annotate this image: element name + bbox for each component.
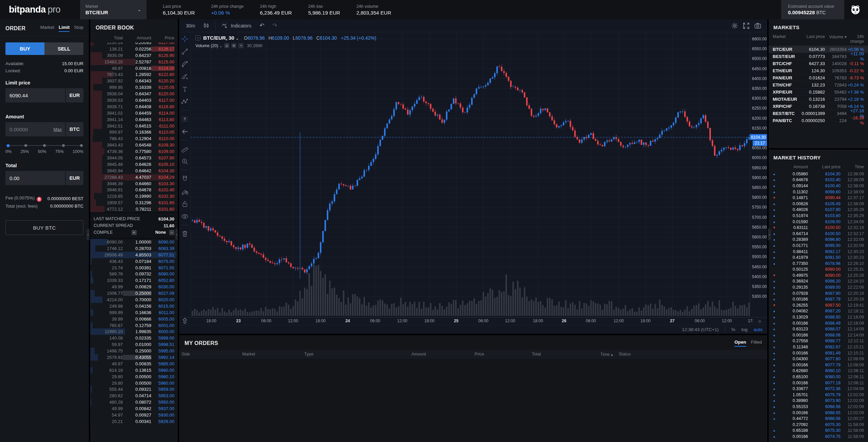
order-tab-market[interactable]: Market (40, 25, 54, 32)
indicators-button[interactable]: Indicators (218, 22, 255, 30)
timeframe-button[interactable]: 30m (182, 22, 198, 30)
order-tab-limit[interactable]: Limit (59, 25, 70, 32)
auto-scale-option[interactable]: auto (754, 327, 763, 332)
order-book-row[interactable]: 1506.770.250006027.09 (90, 290, 178, 296)
order-book-row[interactable]: 1498.750.250005995.00 (90, 348, 178, 354)
market-row[interactable]: ETH/CHF132.2372843+0.24 % (769, 81, 868, 88)
my-orders-tab-filled[interactable]: Filled (751, 340, 762, 347)
forecast-tool[interactable] (181, 115, 189, 123)
amount-slider[interactable] (7, 144, 82, 147)
order-book-row[interactable]: 814.180.136155980.00 (90, 367, 178, 373)
trade-row[interactable]: ▲0.519746103.8012:35:29 (769, 213, 868, 219)
collapse-right-panel-handle[interactable]: › (768, 229, 771, 240)
trade-row[interactable]: ▲0.646786102.4012:38:09 (769, 177, 868, 183)
trade-row[interactable]: ▲0.275586088.7712:12:11 (769, 338, 868, 344)
chart-settings-gear-icon[interactable] (731, 22, 738, 29)
trade-row[interactable]: ▲0.651006080.0012:06:11 (769, 374, 868, 380)
market-row[interactable]: MIOTA/EUR0.1321623794+2.18 % (769, 95, 868, 102)
trade-row[interactable]: ▲0.113026098.6012:38:09 (769, 189, 868, 195)
order-book-row[interactable]: 4772.120.782116101.60 (90, 206, 178, 212)
volume-indicator-label[interactable]: Volume (20) ⌄ (195, 43, 222, 48)
lock-all-tool[interactable] (181, 200, 189, 208)
trade-row[interactable]: ▲0.006286105.4912:36:09 (769, 201, 868, 207)
hide-all-tool[interactable] (181, 212, 189, 220)
theme-toggle-icon[interactable]: ☼ (757, 318, 762, 324)
order-book-row[interactable]: 3945.940.646426104.30 (90, 168, 178, 174)
order-book-row[interactable]: 3938.040.643476120.00 (90, 91, 178, 97)
amount-max-link[interactable]: Max (50, 127, 65, 132)
order-book-row[interactable]: 999.950.163396120.05 (90, 84, 178, 91)
redo-button[interactable]: ↷ (269, 21, 281, 31)
order-book-row[interactable]: 29.800.005005960.00 (90, 380, 178, 386)
order-book-row[interactable]: 23.740.003916071.55 (90, 265, 178, 271)
order-book-row[interactable]: 3939.710.644086116.80 (90, 103, 178, 110)
time-axis[interactable]: 18:002306:0012:0018:002406:0012:0018:002… (179, 317, 767, 325)
trend-line-tool[interactable] (181, 47, 189, 56)
object-tree-icon[interactable] (182, 318, 188, 324)
log-scale-option[interactable]: log (741, 327, 748, 332)
order-book-row[interactable]: 49.990.008425937.00 (90, 405, 178, 412)
order-book-row[interactable]: 3939.530.644036117.00 (90, 97, 178, 103)
crosshair-tool[interactable] (181, 35, 189, 43)
order-book-row[interactable]: 3942.510.645156111.00 (90, 123, 178, 129)
order-book-row[interactable]: 3935.090.642376125.90 (90, 52, 178, 59)
order-book-row[interactable]: 7873.431.285926122.80 (90, 71, 178, 78)
trade-row[interactable]: ▲0.001666068.5512:02:09 (769, 410, 868, 416)
order-book-row[interactable]: 1039.330.171716052.80 (90, 277, 178, 284)
collapse-order-book-handle[interactable]: ‹ (175, 229, 178, 240)
trade-row[interactable]: ▲0.291356089.0012:22:08 (769, 284, 868, 290)
order-book-row[interactable]: 999.990.166366011.00 (90, 309, 178, 316)
order-book-row[interactable]: 3937.920.643436120.20 (90, 78, 178, 84)
account-value-box[interactable]: Estimated account value 0.00945228 BTC (781, 0, 844, 19)
undo-button[interactable]: ↶ (256, 21, 268, 31)
collapse-legend-icon[interactable]: − (195, 35, 200, 40)
sell-tab[interactable]: SELL (44, 42, 83, 55)
trade-row[interactable]: ▲0.626806080.1012:06:11 (769, 368, 868, 374)
order-book-row[interactable]: 49.970.008166124.00 (90, 65, 178, 72)
order-book-row[interactable]: 29.800.005005960.10 (90, 373, 178, 380)
drawing-lock-tool[interactable] (181, 187, 189, 195)
order-book-row[interactable]: 49.970.008355985.00 (90, 361, 178, 367)
buy-tab[interactable]: BUY (5, 42, 44, 55)
order-book-row[interactable]: 3946.910.646786102.40 (90, 187, 178, 193)
ruler-tool[interactable] (181, 145, 189, 153)
slider-dot-0[interactable] (7, 144, 10, 147)
order-book-row[interactable]: 3946.390.646606103.30 (90, 180, 178, 187)
trade-row[interactable]: ▲0.447726068.5612:00:27 (769, 416, 868, 422)
order-book-row[interactable]: 29506.494.855036077.51 (90, 252, 178, 258)
order-book-row[interactable]: 3943.430.645486109.30 (90, 142, 178, 148)
trade-row[interactable]: ▲0.651886075.3011:58:09 (769, 428, 868, 434)
trade-row[interactable]: ▲0.001666077.7912:08:09 (769, 362, 868, 368)
trade-row[interactable]: ▲0.336776072.3612:04:08 (769, 386, 868, 392)
order-book-row[interactable]: 140.080.023355999.00 (90, 335, 178, 341)
trade-row[interactable]: ▲0.001666087.7912:20:19 (769, 296, 868, 302)
trade-row[interactable]: 0.270926075.3011:58:09 (769, 422, 868, 428)
chart-canvas[interactable]: − BTC/EUR, 30 ⌄ O6078.96 H6109.00 L6078.… (191, 32, 750, 317)
order-book-row[interactable]: 11990.101.998356000.00 (90, 328, 178, 335)
zoom-in-tool[interactable] (181, 157, 189, 166)
candle-style-button[interactable] (200, 21, 213, 30)
trade-row[interactable]: ▲0.015906109.0012:34:09 (769, 219, 868, 225)
market-row[interactable]: BEST/EUR0.07773164783+11.09 % (769, 53, 868, 60)
order-book-row[interactable]: 555.440.093215959.00 (90, 386, 178, 392)
order-book-row[interactable]: 138.210.022566126.17 (90, 46, 178, 52)
price-axis[interactable]: 5300.005350.005400.005450.005500.005550.… (750, 32, 767, 317)
pattern-tool[interactable] (181, 98, 189, 106)
trade-row[interactable]: ▲0.017716095.0012:32:09 (769, 243, 868, 249)
order-book-row[interactable]: 3944.050.645736107.90 (90, 155, 178, 161)
order-book-row[interactable]: 1219.850.199906102.30 (90, 193, 178, 199)
order-book-row[interactable]: 589.760.097326060.00 (90, 271, 178, 277)
percent-scale-option[interactable]: % (731, 327, 735, 332)
trade-row[interactable]: ▲0.001666088.0612:14:09 (769, 332, 868, 338)
order-book-row[interactable]: 27288.434.470376104.29 (90, 174, 178, 180)
market-row[interactable]: XRP/EUR0.1588255462+7.38 % (769, 88, 868, 95)
panda-avatar[interactable] (850, 5, 861, 15)
screenshot-camera-icon[interactable] (754, 22, 761, 29)
my-orders-tab-open[interactable]: Open (734, 340, 746, 347)
trade-row[interactable]: ▲1.057016075.7912:02:09 (769, 392, 868, 398)
trade-row[interactable]: ▲0.091446100.4012:38:09 (769, 183, 868, 189)
order-book-row[interactable]: 3941.020.644596114.00 (90, 110, 178, 116)
order-book-row[interactable]: 3941.140.644636113.80 (90, 116, 178, 123)
trade-row[interactable]: ▲0.079286087.9012:20:19 (769, 290, 868, 296)
order-book-row[interactable]: 3945.480.646266105.10 (90, 161, 178, 168)
